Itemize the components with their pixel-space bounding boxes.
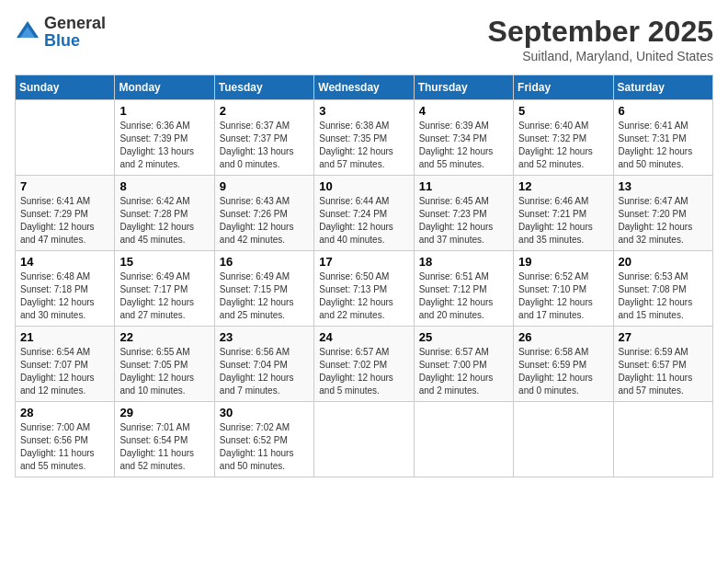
sunset: Sunset: 7:35 PM xyxy=(319,132,408,145)
day-number: 14 xyxy=(20,255,109,269)
cell-info: Sunrise: 7:01 AM Sunset: 6:54 PM Dayligh… xyxy=(119,421,209,473)
sunrise: Sunrise: 6:39 AM xyxy=(419,120,508,132)
cell-info: Sunrise: 6:58 AM Sunset: 6:59 PM Dayligh… xyxy=(518,346,608,397)
calendar-week-row: 1 Sunrise: 6:36 AM Sunset: 7:39 PM Dayli… xyxy=(16,100,713,176)
daylight: Daylight: 12 hours and 15 minutes. xyxy=(619,296,708,322)
daylight: Daylight: 12 hours and 40 minutes. xyxy=(319,221,408,247)
day-number: 15 xyxy=(119,255,209,269)
day-number: 29 xyxy=(119,406,209,419)
day-number: 22 xyxy=(119,330,209,344)
cell-info: Sunrise: 6:37 AM Sunset: 7:37 PM Dayligh… xyxy=(220,120,309,171)
daylight: Daylight: 12 hours and 7 minutes. xyxy=(220,372,309,397)
sunset: Sunset: 7:12 PM xyxy=(419,283,508,296)
sunrise: Sunrise: 7:02 AM xyxy=(220,421,309,434)
calendar-cell: 20 Sunrise: 6:53 AM Sunset: 7:08 PM Dayl… xyxy=(613,251,712,327)
calendar-cell: 1 Sunrise: 6:36 AM Sunset: 7:39 PM Dayli… xyxy=(115,100,214,176)
calendar-cell: 3 Sunrise: 6:38 AM Sunset: 7:35 PM Dayli… xyxy=(314,100,414,176)
daylight: Daylight: 12 hours and 5 minutes. xyxy=(319,372,408,397)
cell-info: Sunrise: 6:44 AM Sunset: 7:24 PM Dayligh… xyxy=(319,195,408,247)
sunrise: Sunrise: 6:40 AM xyxy=(518,120,608,132)
day-number: 9 xyxy=(220,179,309,193)
day-number: 20 xyxy=(619,255,708,269)
sunrise: Sunrise: 6:52 AM xyxy=(518,270,608,283)
sunrise: Sunrise: 6:53 AM xyxy=(619,270,708,283)
daylight: Daylight: 12 hours and 52 minutes. xyxy=(518,145,608,171)
sunset: Sunset: 7:34 PM xyxy=(419,132,508,145)
sunrise: Sunrise: 6:57 AM xyxy=(319,346,408,359)
calendar-week-row: 28 Sunrise: 7:00 AM Sunset: 6:56 PM Dayl… xyxy=(16,402,713,477)
cell-info: Sunrise: 6:56 AM Sunset: 7:04 PM Dayligh… xyxy=(220,346,309,397)
daylight: Daylight: 12 hours and 57 minutes. xyxy=(319,145,408,171)
sunrise: Sunrise: 6:51 AM xyxy=(419,270,508,283)
sunrise: Sunrise: 6:44 AM xyxy=(319,195,408,208)
sunrise: Sunrise: 6:48 AM xyxy=(20,270,109,283)
day-number: 5 xyxy=(518,104,608,118)
calendar-cell: 13 Sunrise: 6:47 AM Sunset: 7:20 PM Dayl… xyxy=(613,176,712,251)
cell-info: Sunrise: 6:39 AM Sunset: 7:34 PM Dayligh… xyxy=(419,120,508,171)
sunset: Sunset: 7:32 PM xyxy=(518,132,608,145)
day-number: 24 xyxy=(319,330,408,344)
daylight: Daylight: 12 hours and 55 minutes. xyxy=(419,145,508,171)
calendar-cell: 28 Sunrise: 7:00 AM Sunset: 6:56 PM Dayl… xyxy=(16,402,115,477)
day-number: 13 xyxy=(619,179,708,193)
daylight: Daylight: 12 hours and 30 minutes. xyxy=(20,296,109,322)
cell-info: Sunrise: 6:50 AM Sunset: 7:13 PM Dayligh… xyxy=(319,270,408,322)
calendar-cell xyxy=(514,402,613,477)
calendar-week-row: 7 Sunrise: 6:41 AM Sunset: 7:29 PM Dayli… xyxy=(16,176,713,251)
sunrise: Sunrise: 6:57 AM xyxy=(419,346,508,359)
calendar-cell: 30 Sunrise: 7:02 AM Sunset: 6:52 PM Dayl… xyxy=(214,402,313,477)
sunset: Sunset: 7:13 PM xyxy=(319,283,408,296)
sunset: Sunset: 7:26 PM xyxy=(220,208,309,221)
cell-info: Sunrise: 6:36 AM Sunset: 7:39 PM Dayligh… xyxy=(119,120,209,171)
day-number: 2 xyxy=(220,104,309,118)
sunset: Sunset: 7:39 PM xyxy=(119,132,209,145)
day-number: 3 xyxy=(319,104,408,118)
day-number: 7 xyxy=(20,179,109,193)
cell-info: Sunrise: 6:57 AM Sunset: 7:02 PM Dayligh… xyxy=(319,346,408,397)
calendar-cell: 22 Sunrise: 6:55 AM Sunset: 7:05 PM Dayl… xyxy=(115,327,214,402)
day-number: 25 xyxy=(419,330,508,344)
sunrise: Sunrise: 7:00 AM xyxy=(20,421,109,434)
calendar-cell: 4 Sunrise: 6:39 AM Sunset: 7:34 PM Dayli… xyxy=(414,100,513,176)
calendar-cell: 2 Sunrise: 6:37 AM Sunset: 7:37 PM Dayli… xyxy=(214,100,313,176)
cell-info: Sunrise: 6:59 AM Sunset: 6:57 PM Dayligh… xyxy=(619,346,708,397)
sunset: Sunset: 7:04 PM xyxy=(220,359,309,372)
sunrise: Sunrise: 6:38 AM xyxy=(319,120,408,132)
daylight: Daylight: 12 hours and 45 minutes. xyxy=(119,221,209,247)
cell-info: Sunrise: 7:00 AM Sunset: 6:56 PM Dayligh… xyxy=(20,421,109,473)
header: General Blue September 2025 Suitland, Ma… xyxy=(15,15,713,63)
cell-info: Sunrise: 6:53 AM Sunset: 7:08 PM Dayligh… xyxy=(619,270,708,322)
calendar-cell: 7 Sunrise: 6:41 AM Sunset: 7:29 PM Dayli… xyxy=(16,176,115,251)
daylight: Daylight: 11 hours and 55 minutes. xyxy=(20,447,109,473)
day-number: 16 xyxy=(220,255,309,269)
cell-info: Sunrise: 6:46 AM Sunset: 7:21 PM Dayligh… xyxy=(518,195,608,247)
day-number: 8 xyxy=(119,179,209,193)
calendar-cell xyxy=(414,402,513,477)
calendar-cell: 17 Sunrise: 6:50 AM Sunset: 7:13 PM Dayl… xyxy=(314,251,414,327)
sunrise: Sunrise: 6:47 AM xyxy=(619,195,708,208)
cell-info: Sunrise: 6:45 AM Sunset: 7:23 PM Dayligh… xyxy=(419,195,508,247)
sunrise: Sunrise: 6:49 AM xyxy=(220,270,309,283)
calendar-cell: 27 Sunrise: 6:59 AM Sunset: 6:57 PM Dayl… xyxy=(613,327,712,402)
day-number: 21 xyxy=(20,330,109,344)
logo-blue: Blue xyxy=(44,31,80,50)
cell-info: Sunrise: 6:48 AM Sunset: 7:18 PM Dayligh… xyxy=(20,270,109,322)
sunrise: Sunrise: 6:42 AM xyxy=(119,195,209,208)
calendar-cell xyxy=(314,402,414,477)
daylight: Daylight: 12 hours and 25 minutes. xyxy=(220,296,309,322)
cell-info: Sunrise: 6:38 AM Sunset: 7:35 PM Dayligh… xyxy=(319,120,408,171)
daylight: Daylight: 11 hours and 57 minutes. xyxy=(619,372,708,397)
cell-info: Sunrise: 6:42 AM Sunset: 7:28 PM Dayligh… xyxy=(119,195,209,247)
weekday-header-row: SundayMondayTuesdayWednesdayThursdayFrid… xyxy=(16,75,713,100)
day-number: 19 xyxy=(518,255,608,269)
day-number: 10 xyxy=(319,179,408,193)
weekday-header: Saturday xyxy=(613,75,712,100)
cell-info: Sunrise: 6:49 AM Sunset: 7:15 PM Dayligh… xyxy=(220,270,309,322)
weekday-header: Thursday xyxy=(414,75,513,100)
sunrise: Sunrise: 6:46 AM xyxy=(518,195,608,208)
cell-info: Sunrise: 6:41 AM Sunset: 7:29 PM Dayligh… xyxy=(20,195,109,247)
weekday-header: Wednesday xyxy=(314,75,414,100)
sunset: Sunset: 7:08 PM xyxy=(619,283,708,296)
sunrise: Sunrise: 6:49 AM xyxy=(119,270,209,283)
sunset: Sunset: 7:28 PM xyxy=(119,208,209,221)
